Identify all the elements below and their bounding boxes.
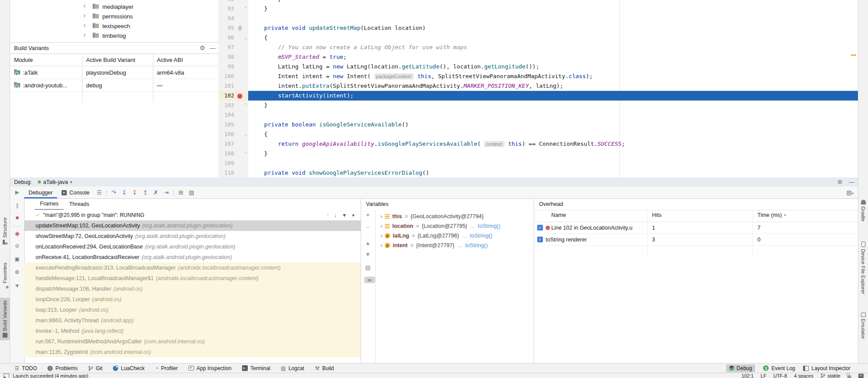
toolwindow-button-todo[interactable]: ☰TODO [14,365,37,371]
toolwindow-button-app-inspection[interactable]: App Inspection [188,365,231,371]
line-number[interactable]: 108 [218,149,234,158]
pause-icon[interactable]: ∥ [10,202,24,209]
code-line-97[interactable]: 97 // You can now create a LatLng Object… [218,43,858,52]
chevron-right-icon[interactable]: › [83,12,86,19]
tab-debugger[interactable]: Debugger [24,187,57,198]
tree-item-mediaplayer[interactable]: ›mediaplayer [10,2,218,11]
stack-frame-row[interactable]: showStreetMap:72, GeoLocationActivity(or… [24,231,361,241]
chevron-right-icon[interactable]: › [83,31,86,38]
checkbox-checked-icon[interactable]: ✓ [537,225,543,230]
status-utf-8[interactable]: UTF-8 [773,373,787,378]
tool-strip-button-gradle[interactable]: Gradle [858,200,868,222]
debugger-settings-icon[interactable]: ⚙ [10,269,24,275]
toolwindow-button-problems[interactable]: !Problems [47,365,78,371]
variable-row[interactable]: ›pintent={Intent@27797}…toString() [375,241,534,250]
chevron-right-icon[interactable]: › [380,223,382,229]
filter-icon[interactable]: ▼ [342,212,347,218]
line-number[interactable]: 92 [218,0,234,4]
duplicate-icon[interactable]: ▤ [361,264,375,271]
run-to-cursor-icon[interactable]: ⇥ [161,189,172,196]
chevron-right-icon[interactable]: › [380,213,382,220]
line-number[interactable]: 106 [218,130,234,139]
annotation-gutter-icon[interactable]: @ [236,23,243,33]
overhead-row[interactable]: ✓toString renderer30 [534,234,858,246]
code-line-106[interactable]: 106⌄ { [218,130,858,139]
abi-cell[interactable]: — [157,82,163,89]
line-number[interactable]: 99 [218,62,234,72]
line-number[interactable]: 103 [218,101,234,110]
stack-frame-row[interactable]: main:8663, ActivityThread(android.app) [24,315,361,326]
tree-item-textspeech[interactable]: ›textspeech [10,22,218,30]
code-line-103[interactable]: 103⌃ } [218,101,858,110]
tool-strip-button-favorites[interactable]: Favorites★ [0,263,10,285]
variable-row[interactable]: ›platLng={LatLng@27796}…toString() [375,231,534,241]
code-editor[interactable]: 92 }93⌃ }9495@ private void updateStreet… [218,0,858,178]
stack-frame-row[interactable]: dispatchMessage:106, Handler(android.os) [24,284,361,294]
line-number[interactable]: 96 [218,33,234,43]
toolwindow-button-git[interactable]: Git [88,365,102,371]
stack-frame-row[interactable]: executePendingBroadcasts:313, LocalBroad… [24,263,361,273]
line-number[interactable]: 105 [218,120,234,130]
toolwindow-button-layout-inspector[interactable]: Layout Inspector [803,365,850,371]
lock-icon[interactable] [847,374,851,378]
status-lf[interactable]: LF [761,373,767,378]
line-number[interactable]: 109 [218,158,234,168]
tool-strip-button-device-file-explorer[interactable]: Device File Explorer [858,241,868,294]
code-line-109[interactable]: 109 [218,158,858,168]
fold-marker-icon[interactable]: ⌄ [243,33,248,43]
code-line-93[interactable]: 93⌃ } [218,4,858,14]
variable-row[interactable]: ›location={Location@27795}…toString() [375,221,534,231]
toolwindow-button-profiler[interactable]: ◔Profiler [155,365,177,371]
evaluate-expression-icon[interactable]: ⊞ [176,189,186,196]
code-line-102[interactable]: 102✓ startActivity(intent); [218,91,858,101]
breakpoint-icon[interactable]: ✓ [236,91,243,101]
chevron-right-icon[interactable]: › [83,22,86,29]
scroll-down-icon[interactable]: ↓ [334,212,337,218]
mute-breakpoints-icon[interactable]: ⊘ [10,243,24,249]
variant-cell[interactable]: playstoreDebug [86,69,126,76]
stack-frame-row[interactable]: loop:313, Looper(android.os) [24,305,361,315]
code-line-98[interactable]: 98 mSVP_Started = true; [218,52,858,62]
fold-marker-icon[interactable]: ⌄ [243,130,248,139]
force-step-into-icon[interactable]: ↧ [130,189,140,196]
line-number[interactable]: 100 [218,72,234,81]
status-4-spaces[interactable]: 4 spaces [794,373,814,378]
code-line-107[interactable]: 107 return googleApiAvailability.isGoogl… [218,139,858,149]
stack-frame-row[interactable]: invoke:-1, Method(java.lang.reflect) [24,326,361,336]
line-number[interactable]: 97 [218,43,234,52]
checkbox-checked-icon[interactable]: ✓ [537,237,543,242]
variant-cell[interactable]: debug [86,82,102,89]
chevron-down-icon[interactable]: ▾ [352,212,354,218]
step-into-icon[interactable]: ↧ [119,189,130,196]
line-number[interactable]: 107 [218,139,234,149]
tool-strip-button-build-variants[interactable]: Build Variants [0,298,10,340]
debug-settings-icon[interactable]: ⚙ [837,179,843,185]
move-up-icon[interactable]: ▲ [361,240,375,246]
line-number[interactable]: 94 [218,14,234,23]
build-variant-row[interactable]: :aTalkplaystoreDebugarm64-v8a [10,66,218,79]
view-breakpoints-icon[interactable]: ◉ [10,230,24,237]
layout-settings-icon[interactable]: ▤ [186,189,197,196]
stack-frame-row[interactable]: updateStreetMap:102, GeoLocationActivity… [24,220,361,231]
tostring-link[interactable]: toString() [470,233,492,239]
chevron-right-icon[interactable]: › [83,2,86,9]
line-number[interactable]: 95 [218,23,234,33]
line-number[interactable]: 104 [218,110,234,120]
move-down-icon[interactable]: ▼ [361,251,375,258]
stack-frame-row[interactable]: run:567, RuntimeInit$MethodAndArgsCaller… [24,336,361,347]
minimize-icon[interactable]: — [849,179,854,185]
build-variant-row[interactable]: :android-youtub...debug— [10,79,218,92]
tree-item-timberlog[interactable]: ›timberlog [10,31,218,40]
column-header-name[interactable]: Name [551,212,566,218]
hide-icon[interactable]: — [210,44,216,51]
debug-session-selector[interactable]: aTalk-java ▾ [38,179,72,185]
code-line-99[interactable]: 99 LatLng latLng = new LatLng(location.g… [218,62,858,72]
tab-threads[interactable]: Threads [64,198,94,210]
drop-frame-icon[interactable]: ✗ [151,189,161,196]
toolwindow-button-terminal[interactable]: >_Terminal [242,365,270,371]
stack-frame-row[interactable]: onReceive:41, LocationBroadcastReceiver(… [24,252,361,263]
tostring-link[interactable]: toString() [478,223,500,229]
tostring-link[interactable]: toString() [465,242,488,248]
code-line-95[interactable]: 95@ private void updateStreetMap(Locatio… [218,23,858,33]
step-out-icon[interactable]: ↥ [140,189,151,196]
